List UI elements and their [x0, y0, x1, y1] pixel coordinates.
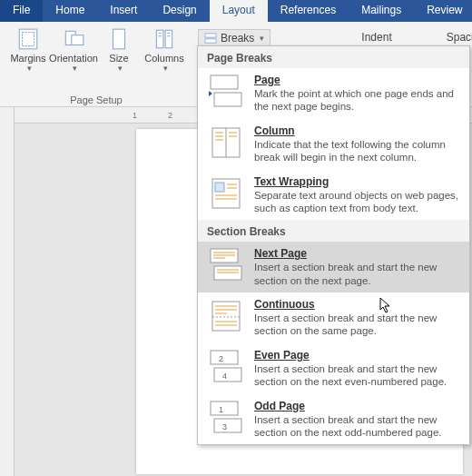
tab-review[interactable]: Review	[414, 0, 472, 22]
svg-rect-44	[214, 368, 241, 382]
columns-icon	[152, 27, 176, 51]
break-desc: Insert a section break and start the new…	[254, 413, 460, 440]
chevron-down-icon: ▾	[258, 34, 264, 43]
orientation-button[interactable]: Orientation ▾	[51, 24, 96, 94]
tab-file[interactable]: File	[0, 0, 43, 22]
svg-text:3: 3	[222, 422, 227, 431]
break-title: Page	[254, 74, 460, 86]
break-option-text-wrapping[interactable]: Text Wrapping Separate text around objec…	[198, 170, 469, 221]
svg-rect-14	[214, 93, 241, 106]
page-break-icon	[207, 74, 245, 110]
svg-rect-13	[211, 75, 238, 89]
break-title: Next Page	[254, 247, 460, 260]
break-option-continuous[interactable]: Continuous Insert a section break and st…	[198, 293, 469, 343]
svg-rect-42	[211, 351, 238, 364]
svg-rect-12	[205, 39, 216, 43]
margins-label: Margins	[10, 53, 45, 64]
break-desc: Separate text around objects on web page…	[254, 189, 460, 215]
break-option-column[interactable]: Column Indicate that the text following …	[198, 119, 469, 170]
text-wrap-break-icon	[207, 175, 245, 212]
svg-text:2: 2	[219, 354, 223, 363]
svg-rect-23	[215, 183, 224, 192]
continuous-break-icon	[207, 298, 245, 334]
next-page-break-icon	[207, 247, 245, 283]
break-desc: Mark the point at which one page ends an…	[254, 87, 460, 114]
breaks-icon	[204, 33, 217, 44]
breaks-button[interactable]: Breaks ▾	[198, 29, 270, 47]
tab-home[interactable]: Home	[43, 0, 97, 22]
section-header-section-breaks: Section Breaks	[198, 220, 469, 242]
margins-icon	[16, 27, 40, 51]
svg-rect-3	[72, 35, 84, 45]
svg-rect-11	[205, 34, 216, 37]
tab-references[interactable]: References	[268, 0, 349, 22]
ruler-mark: 2	[168, 111, 172, 120]
tab-layout[interactable]: Layout	[210, 0, 268, 22]
chevron-down-icon: ▾	[162, 64, 168, 73]
section-header-page-breaks: Page Breaks	[198, 46, 469, 68]
svg-text:1: 1	[219, 405, 223, 414]
break-title: Column	[254, 124, 460, 137]
ruler-mark: 1	[133, 111, 137, 120]
svg-rect-48	[214, 419, 241, 432]
break-title: Text Wrapping	[254, 175, 460, 188]
tab-design[interactable]: Design	[150, 0, 209, 22]
break-option-even-page[interactable]: 24 Even Page Insert a section break and …	[198, 343, 469, 394]
tab-insert[interactable]: Insert	[97, 0, 150, 22]
margins-button[interactable]: Margins ▾	[5, 24, 51, 94]
breaks-label: Breaks	[221, 32, 254, 45]
break-desc: Insert a section break and start the new…	[254, 261, 460, 287]
ribbon-tabs: File Home Insert Design Layout Reference…	[0, 0, 472, 22]
break-title: Continuous	[254, 298, 460, 311]
chevron-down-icon: ▾	[71, 64, 77, 73]
break-desc: Insert a section break and start the new…	[254, 312, 460, 338]
size-label: Size	[109, 53, 128, 64]
columns-label: Columns	[144, 53, 183, 64]
breaks-dropdown: Page Breaks Page Mark the point at which…	[197, 45, 470, 445]
break-option-odd-page[interactable]: 13 Odd Page Insert a section break and s…	[198, 394, 469, 445]
chevron-down-icon: ▾	[25, 64, 32, 73]
svg-text:4: 4	[222, 372, 227, 381]
break-title: Odd Page	[254, 400, 460, 412]
odd-page-break-icon: 13	[207, 400, 245, 436]
vertical-ruler	[0, 107, 15, 476]
even-page-break-icon: 24	[207, 349, 245, 385]
columns-button[interactable]: Columns ▾	[142, 24, 187, 94]
column-break-icon	[207, 124, 245, 161]
break-desc: Indicate that the text following the col…	[254, 138, 460, 164]
break-title: Even Page	[254, 349, 460, 362]
break-option-page[interactable]: Page Mark the point at which one page en…	[198, 68, 469, 119]
tab-mailings[interactable]: Mailings	[349, 0, 414, 22]
size-button[interactable]: Size ▾	[96, 24, 142, 94]
break-desc: Insert a section break and start the new…	[254, 362, 460, 389]
group-label-page-setup: Page Setup	[5, 94, 187, 106]
spacing-label: Spacing	[447, 31, 472, 44]
chevron-down-icon: ▾	[116, 64, 123, 73]
size-icon	[107, 27, 131, 51]
indent-label: Indent	[361, 31, 391, 44]
svg-rect-46	[211, 402, 238, 415]
orientation-icon	[62, 27, 85, 51]
break-option-next-page[interactable]: Next Page Insert a section break and sta…	[198, 242, 469, 293]
orientation-label: Orientation	[49, 53, 98, 64]
svg-rect-4	[113, 29, 125, 49]
group-page-setup: Margins ▾ Orientation ▾ Size ▾ Columns ▾…	[0, 22, 192, 106]
